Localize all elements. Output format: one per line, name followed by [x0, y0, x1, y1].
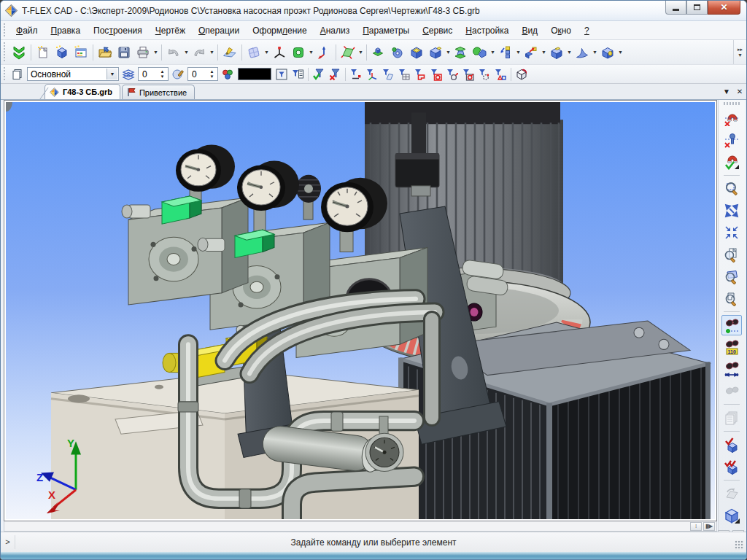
layer-spinner[interactable]: 0 ▲▼: [138, 67, 169, 81]
filter-off-icon[interactable]: [327, 67, 343, 82]
close-button[interactable]: ✕: [708, 1, 740, 15]
rotate-plane-icon[interactable]: [721, 483, 742, 504]
filter-on-icon[interactable]: [311, 67, 327, 82]
layers-icon[interactable]: [120, 67, 136, 82]
tab-document[interactable]: Г48-3 СБ.grb: [44, 84, 120, 99]
filter-frame-icon[interactable]: [274, 67, 290, 82]
cut-dropdown-icon[interactable]: ▼: [566, 43, 573, 62]
filter-axes-icon[interactable]: [364, 67, 380, 82]
menu-constructions[interactable]: Построения: [87, 23, 149, 38]
view-cube-icon[interactable]: [721, 505, 742, 526]
filter-circles-icon[interactable]: [428, 67, 444, 82]
colors-icon[interactable]: [220, 67, 236, 82]
menu-parameters[interactable]: Параметры: [356, 23, 416, 38]
filter-points-icon[interactable]: [348, 67, 364, 82]
resize-grip[interactable]: [735, 540, 744, 550]
page-selector[interactable]: Основной ▼: [27, 67, 119, 81]
cut-icon[interactable]: [547, 43, 566, 62]
menu-settings[interactable]: Настройка: [459, 23, 515, 38]
tab-close-icon[interactable]: ✕: [733, 85, 746, 98]
profile-icon[interactable]: [289, 43, 308, 62]
print-icon[interactable]: [133, 43, 152, 62]
array-dropdown-icon[interactable]: ▼: [515, 43, 522, 62]
priority-pen-icon[interactable]: [170, 67, 186, 82]
3d-viewport[interactable]: Y Z X: [4, 100, 717, 521]
workplane-3d-icon[interactable]: [338, 43, 357, 62]
show-hidden-icon[interactable]: [721, 381, 742, 401]
view-toolbar-grip[interactable]: [724, 102, 740, 105]
show-dimensions-icon[interactable]: 110: [721, 337, 742, 357]
sketch-icon[interactable]: [220, 43, 239, 62]
zoom-page-icon[interactable]: [721, 244, 742, 265]
blend-dropdown-icon[interactable]: ▼: [445, 43, 452, 62]
toolbar-grip[interactable]: [3, 42, 7, 61]
filter-faces-icon[interactable]: [460, 67, 476, 82]
toolbar-grip2[interactable]: [3, 67, 7, 82]
filter-edges-icon[interactable]: [444, 67, 460, 82]
filter-planes-icon[interactable]: [380, 67, 396, 82]
menu-drawing[interactable]: Чертёж: [149, 23, 192, 38]
profile-dropdown-icon[interactable]: ▼: [308, 43, 314, 62]
color-swatch[interactable]: [238, 68, 271, 80]
zoom-previous-icon[interactable]: [721, 288, 742, 308]
workplane-3d-dropdown-icon[interactable]: ▼: [357, 43, 364, 62]
revolve-icon[interactable]: [388, 43, 407, 62]
extrude-icon[interactable]: [369, 43, 388, 62]
workplane-icon[interactable]: [244, 43, 263, 62]
boolean-icon[interactable]: [471, 43, 489, 62]
pages-stack-icon[interactable]: [721, 408, 742, 428]
open-icon[interactable]: [96, 43, 115, 62]
check-model-icon[interactable]: [721, 435, 742, 455]
print-dropdown-icon[interactable]: ▼: [152, 43, 159, 62]
undo-icon[interactable]: [164, 43, 183, 62]
snap-on-icon[interactable]: [721, 152, 742, 172]
menu-edit[interactable]: Правка: [44, 23, 88, 38]
save-icon[interactable]: [115, 43, 133, 62]
filter-bodies-icon[interactable]: [476, 67, 492, 82]
show-measure-icon[interactable]: [721, 359, 742, 379]
menu-file[interactable]: Файл: [9, 23, 44, 38]
title-bar[interactable]: T-FLEX CAD - C:\Эксперт-2009\Родионов С\…: [1, 1, 746, 21]
filter-operations-icon[interactable]: [492, 67, 508, 82]
menu-help[interactable]: ?: [578, 23, 596, 38]
snap-off-icon[interactable]: [721, 108, 742, 128]
new-from-template-icon[interactable]: [71, 43, 90, 62]
filter-workplanes-icon[interactable]: [396, 67, 412, 82]
pages-icon[interactable]: [9, 67, 26, 82]
hole-icon[interactable]: [598, 43, 617, 62]
workplane-dropdown-icon[interactable]: ▼: [263, 43, 270, 62]
menu-window[interactable]: Окно: [544, 23, 578, 38]
zoom-extents-icon[interactable]: [721, 201, 742, 221]
pane-expand-icon[interactable]: ▮▶: [703, 522, 715, 531]
tab-welcome[interactable]: Приветствие: [122, 85, 195, 99]
coordinate-system-icon[interactable]: [270, 43, 289, 62]
pin-off-icon[interactable]: [721, 130, 742, 150]
zoom-pan-icon[interactable]: [721, 266, 742, 287]
new-document-icon[interactable]: [34, 43, 53, 62]
redo-icon[interactable]: [190, 43, 209, 62]
menu-finishing[interactable]: Оформление: [246, 23, 314, 38]
menu-grip[interactable]: [3, 23, 7, 38]
sweep-dropdown-icon[interactable]: ▼: [592, 43, 598, 62]
zoom-shrink-icon[interactable]: [721, 222, 742, 243]
shell-icon[interactable]: [407, 43, 426, 62]
page-selector-dropdown-icon[interactable]: ▼: [107, 69, 117, 79]
pane-split-icon[interactable]: ⁞: [690, 522, 702, 531]
redo-dropdown-icon[interactable]: ▼: [209, 43, 215, 62]
hole-dropdown-icon[interactable]: ▼: [617, 43, 624, 62]
priority-spin-arrows-icon[interactable]: ▲▼: [207, 68, 217, 80]
boolean-dropdown-icon[interactable]: ▼: [489, 43, 496, 62]
menu-service[interactable]: Сервис: [416, 23, 459, 38]
copy-operation-icon[interactable]: [522, 43, 541, 62]
check-all-icon[interactable]: [721, 456, 742, 477]
toolbar-overflow[interactable]: ▸▸ ▼: [733, 40, 746, 64]
blend-icon[interactable]: [426, 43, 445, 62]
commands-chevron-icon[interactable]: [9, 43, 28, 62]
tab-list-dropdown-icon[interactable]: ▼: [720, 85, 733, 98]
copy-dropdown-icon[interactable]: ▼: [541, 43, 547, 62]
menu-operations[interactable]: Операции: [192, 23, 246, 38]
loft-icon[interactable]: [452, 43, 471, 62]
sweep-icon[interactable]: [573, 43, 592, 62]
model-cube-icon[interactable]: [514, 67, 530, 82]
axis-icon[interactable]: [314, 43, 333, 62]
